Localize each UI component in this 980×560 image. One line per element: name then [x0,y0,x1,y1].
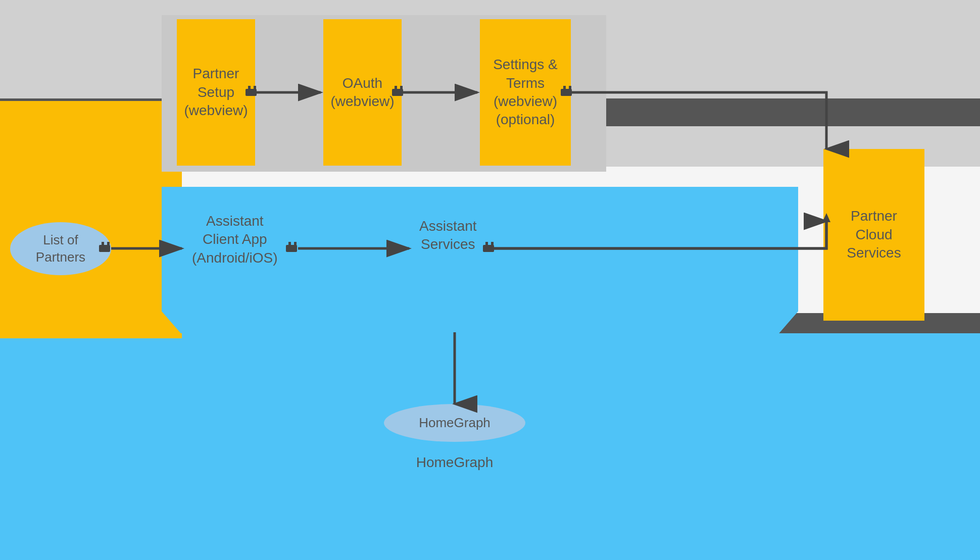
list-of-partners-label: List ofPartners [36,232,85,266]
homegraph-below-label: HomeGraph [399,454,510,471]
yellow-left-background [0,101,182,338]
assistant-services-label: AssistantServices [419,217,477,254]
partner-setup-label: PartnerSetup(webview) [184,65,248,120]
partner-cloud-services-label: PartnerCloudServices [847,207,901,262]
homegraph-label: HomeGraph [419,415,491,432]
settings-terms-box: Settings &Terms(webview)(optional) [480,19,571,166]
oauth-label: OAuth(webview) [330,74,394,111]
homegraph-ellipse: HomeGraph [384,404,525,442]
partner-cloud-services-box: PartnerCloudServices [823,149,924,321]
partner-setup-box: PartnerSetup(webview) [177,19,255,166]
settings-terms-label: Settings &Terms(webview)(optional) [493,56,558,129]
assistant-client-app-label: AssistantClient App(Android/iOS) [192,212,278,267]
blue-bottom-background [0,333,980,560]
oauth-box: OAuth(webview) [323,19,402,166]
list-of-partners-ellipse: List ofPartners [10,222,111,275]
